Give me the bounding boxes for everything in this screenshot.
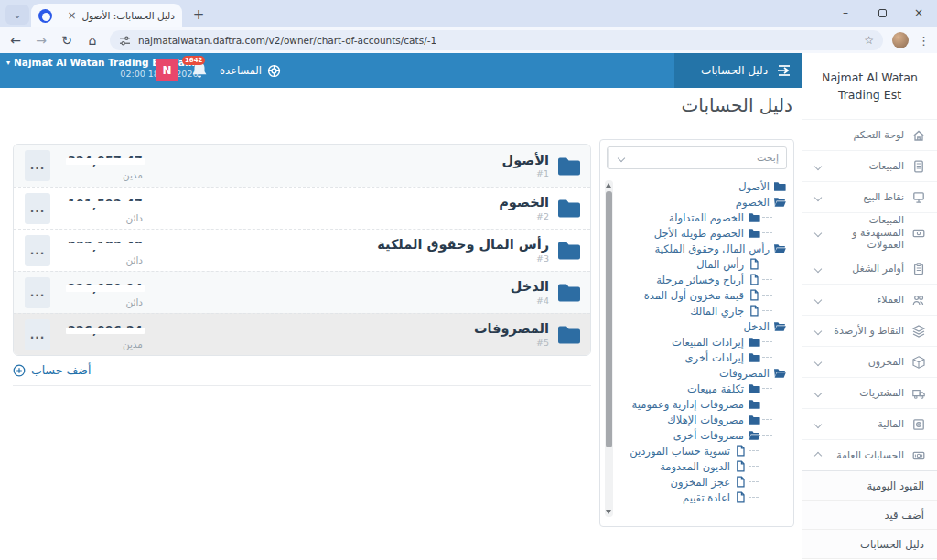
tree-item[interactable]: الأصول: [620, 178, 786, 194]
reload-icon[interactable]: ↻: [59, 33, 75, 48]
account-row[interactable]: المصروفات #5 226,096.24 مدين ...: [14, 313, 590, 355]
tree-connector: [762, 217, 772, 218]
address-bar[interactable]: najmatalwatan.daftra.com/v2/owner/chart-…: [110, 30, 883, 50]
tree-item[interactable]: الدخل: [620, 318, 786, 334]
sidebar-item[interactable]: لوحة التحكم: [802, 119, 937, 150]
sidebar-item[interactable]: المشتريات: [802, 377, 937, 408]
sidebar-item-label: المشتريات: [828, 387, 904, 400]
restore-button[interactable]: [864, 0, 900, 26]
account-row[interactable]: الدخل #4 226,050.94 دائن ...: [14, 271, 590, 313]
tree-item[interactable]: إيرادات أخرى: [620, 350, 786, 365]
row-more-button[interactable]: ...: [25, 150, 50, 181]
bookmark-star-icon[interactable]: ☆: [864, 34, 874, 47]
sidebar-submenu-item[interactable]: دليل الحسابات: [802, 530, 937, 559]
row-more-button[interactable]: ...: [25, 235, 50, 266]
tree-connector: [749, 481, 759, 482]
search-filter-select[interactable]: [608, 147, 632, 168]
browser-profile-avatar[interactable]: [892, 32, 909, 48]
tree-item[interactable]: مصروفات الإهلاك: [620, 412, 786, 427]
tree-item[interactable]: الخصوم: [620, 194, 786, 210]
new-tab-button[interactable]: +: [188, 4, 210, 26]
user-avatar[interactable]: N: [156, 59, 178, 81]
sidebar-item[interactable]: الحسابات العامة: [802, 439, 937, 470]
tree-connector: [762, 264, 772, 264]
page-title: دليل الحسابات: [681, 94, 792, 116]
tree-item[interactable]: رأس المال: [620, 256, 786, 272]
box-icon: [911, 355, 926, 370]
browser-menu-icon[interactable]: ⋮: [918, 34, 930, 48]
sidebar-submenu-item[interactable]: أضف قيد: [802, 501, 937, 530]
scroll-down-icon[interactable]: [606, 510, 611, 514]
tree-node-label: عجز المخزون: [671, 476, 730, 489]
browser-tab[interactable]: × دليل الحسابات: الأصول: [31, 4, 182, 27]
tree-node-label: الخصوم: [736, 196, 770, 209]
row-more-button[interactable]: ...: [25, 193, 50, 224]
account-amount: 101,592.47: [68, 197, 143, 210]
search-input[interactable]: [607, 146, 787, 169]
tree-item[interactable]: تكلفة مبيعات: [620, 381, 786, 396]
tree-item[interactable]: اعادة تقييم: [620, 490, 786, 505]
tree-node-label: الأصول: [738, 180, 770, 193]
chevron-down-icon: [618, 154, 625, 161]
sidebar-item[interactable]: المبيعات: [802, 150, 937, 181]
tree-item[interactable]: عجز المخزون: [620, 474, 786, 490]
tab-list-button[interactable]: ⌄: [5, 5, 29, 25]
tree-node-label: أرباح وخسائر مرحلة: [656, 274, 744, 286]
tree-item[interactable]: المصروفات: [620, 365, 786, 381]
sidebar-submenu-item[interactable]: القيود اليومية: [802, 471, 937, 501]
commissions-icon: [911, 226, 926, 241]
tree-item[interactable]: الديون المعدومة: [620, 458, 786, 474]
account-row[interactable]: الخصوم #2 101,592.47 دائن ...: [14, 187, 590, 229]
row-more-button[interactable]: ...: [25, 319, 50, 350]
sidebar-item[interactable]: المخزون: [802, 346, 937, 377]
sidebar-item[interactable]: العملاء: [802, 284, 937, 315]
tree-node-label: تسوية حساب الموردين: [630, 445, 730, 458]
tree-node-label: الدخل: [743, 320, 770, 333]
row-more-button[interactable]: ...: [25, 277, 50, 308]
file-icon: [734, 476, 747, 488]
tree-node-label: رأس المال وحقوق الملكية: [655, 242, 770, 255]
tree-scrollbar[interactable]: [605, 180, 613, 517]
chevron-up-icon: [814, 451, 822, 458]
sidebar-item[interactable]: نقاط البيع: [802, 181, 937, 212]
tree-item[interactable]: أرباح وخسائر مرحلة: [620, 272, 786, 287]
tree-item[interactable]: قيمة مخزون أول المدة: [620, 287, 786, 303]
site-settings-icon[interactable]: [119, 36, 131, 46]
tree-connector: [762, 419, 772, 420]
back-icon[interactable]: ←: [7, 33, 24, 48]
tree-item[interactable]: مصروفات أخرى: [620, 427, 786, 443]
minimize-button[interactable]: –: [827, 0, 864, 26]
folder-icon: [557, 241, 581, 260]
tree-item[interactable]: مصروفات إدارية وعمومية: [620, 396, 786, 412]
cash-icon: [911, 448, 926, 463]
tree-item[interactable]: إيرادات المبيعات: [620, 334, 786, 350]
sidebar-item[interactable]: المالية: [802, 408, 937, 439]
tree-item[interactable]: الخصوم المتداولة: [620, 210, 786, 225]
tab-close-icon[interactable]: ×: [67, 9, 76, 22]
scroll-up-icon[interactable]: [606, 183, 611, 188]
forward-icon[interactable]: →: [33, 33, 49, 48]
scrollbar-thumb[interactable]: [606, 191, 612, 447]
home-icon[interactable]: ⌂: [84, 33, 101, 48]
add-account-button[interactable]: أضف حساب: [13, 363, 92, 377]
help-button[interactable]: المساعدة: [220, 53, 281, 88]
tree-item[interactable]: الخصوم طويلة الأجل: [620, 225, 786, 241]
sidebar-item[interactable]: المبيعات المستهدفة و العمولات: [802, 212, 937, 253]
home-icon: [911, 128, 926, 143]
sidebar: Najmat Al Watan Trading Est لوحة التحكم …: [802, 53, 937, 560]
account-row[interactable]: الأصول #1 324,057.47 مدين ...: [14, 145, 590, 187]
file-icon: [734, 460, 747, 472]
tree-connector: [762, 310, 772, 311]
tree-item[interactable]: جاري المالك: [620, 303, 786, 318]
tree-item[interactable]: تسوية حساب الموردين: [620, 443, 786, 458]
sidebar-item[interactable]: النقاط و الأرصدة: [802, 315, 937, 346]
account-row[interactable]: رأس المال وحقوق الملكية #3 233,183.48 دا…: [14, 229, 590, 271]
sidebar-toggle-icon[interactable]: [776, 64, 792, 77]
file-icon: [748, 305, 760, 317]
notifications-button[interactable]: 1642: [189, 60, 210, 81]
sidebar-item[interactable]: أوامر الشغل: [802, 253, 937, 284]
tree-item[interactable]: رأس المال وحقوق الملكية: [620, 241, 786, 256]
close-window-button[interactable]: ×: [900, 0, 937, 26]
file-icon: [748, 274, 760, 285]
account-number: #2: [499, 211, 549, 221]
